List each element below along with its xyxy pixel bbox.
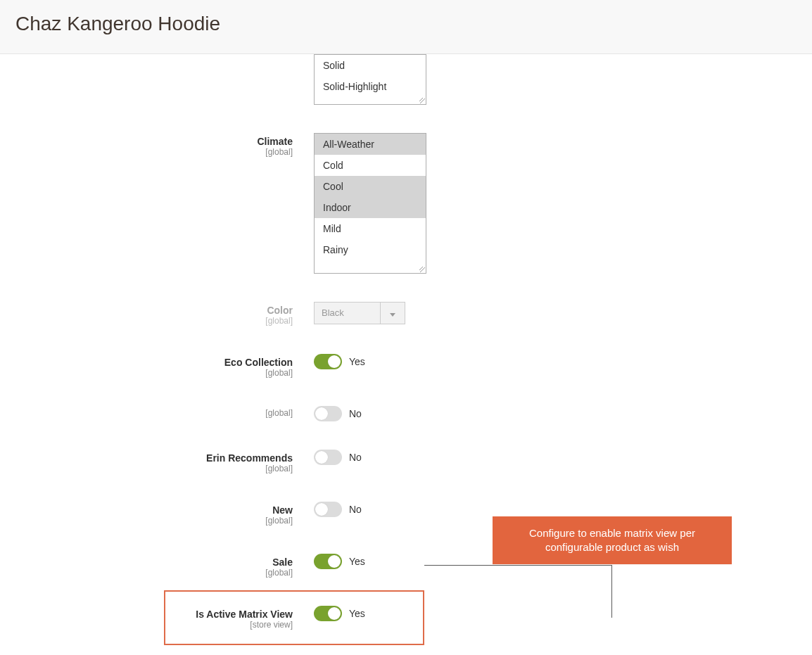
- climate-option[interactable]: Indoor: [315, 197, 426, 218]
- erin-toggle[interactable]: [314, 450, 342, 465]
- field-performance-fabric: [global] No: [0, 406, 812, 421]
- field-pattern: Solid Solid-Highlight: [0, 54, 812, 105]
- sale-scope: [global]: [0, 568, 293, 578]
- climate-option[interactable]: Rainy: [315, 239, 426, 260]
- page-title: Chaz Kangeroo Hoodie: [15, 13, 797, 35]
- field-climate: Climate [global] All-Weather Cold Cool I…: [0, 133, 812, 274]
- perf-toggle-value: No: [349, 408, 362, 419]
- climate-option[interactable]: Cold: [315, 155, 426, 176]
- sale-label: Sale: [0, 557, 293, 568]
- new-toggle-value: No: [349, 504, 362, 515]
- climate-option[interactable]: Cool: [315, 176, 426, 197]
- climate-option[interactable]: Mild: [315, 218, 426, 239]
- sale-toggle[interactable]: [314, 554, 342, 569]
- matrix-toggle-value: Yes: [349, 608, 365, 619]
- matrix-toggle[interactable]: [314, 606, 342, 621]
- new-label: New: [0, 504, 293, 516]
- field-erin-recommends: Erin Recommends [global] No: [0, 450, 812, 473]
- erin-label: Erin Recommends: [0, 452, 293, 464]
- climate-scope: [global]: [0, 148, 293, 157]
- perf-scope: [global]: [0, 409, 293, 418]
- matrix-callout: Configure to enable matrix view per conf…: [493, 516, 732, 565]
- color-dropdown[interactable]: Black: [314, 302, 405, 324]
- field-is-active-matrix-view: Is Active Matrix View [store view] Yes: [0, 606, 812, 630]
- pattern-multiselect[interactable]: Solid Solid-Highlight: [314, 54, 426, 105]
- pattern-option[interactable]: Solid: [315, 55, 426, 76]
- sale-toggle-value: Yes: [349, 556, 365, 567]
- erin-toggle-value: No: [349, 452, 362, 463]
- climate-option[interactable]: All-Weather: [315, 134, 426, 155]
- page-header: Chaz Kangeroo Hoodie: [0, 0, 812, 54]
- climate-label-text: Climate: [0, 136, 293, 148]
- erin-scope: [global]: [0, 464, 293, 473]
- color-dropdown-arrow[interactable]: [381, 303, 405, 324]
- climate-multiselect[interactable]: All-Weather Cold Cool Indoor Mild Rainy: [314, 133, 426, 274]
- field-color-label: Color [global]: [0, 302, 314, 326]
- color-label-text: Color: [0, 305, 293, 317]
- eco-scope: [global]: [0, 369, 293, 378]
- field-climate-label: Climate [global]: [0, 133, 314, 157]
- pattern-option[interactable]: Solid-Highlight: [315, 76, 426, 97]
- eco-toggle-value: Yes: [349, 356, 365, 367]
- color-dropdown-value: Black: [315, 303, 381, 324]
- eco-label: Eco Collection: [0, 357, 293, 369]
- product-form: Solid Solid-Highlight Climate [global] A…: [0, 54, 812, 651]
- new-scope: [global]: [0, 516, 293, 526]
- chevron-down-icon: [390, 307, 395, 319]
- matrix-scope: [store view]: [0, 621, 293, 630]
- matrix-label: Is Active Matrix View: [0, 609, 293, 621]
- color-scope: [global]: [0, 317, 293, 326]
- matrix-callout-text: Configure to enable matrix view per conf…: [529, 527, 695, 553]
- eco-toggle[interactable]: [314, 354, 342, 369]
- new-toggle[interactable]: [314, 502, 342, 517]
- field-pattern-label-col: [0, 54, 314, 57]
- perf-toggle[interactable]: [314, 406, 342, 421]
- field-color: Color [global] Black: [0, 302, 812, 326]
- field-eco-collection: Eco Collection [global] Yes: [0, 354, 812, 378]
